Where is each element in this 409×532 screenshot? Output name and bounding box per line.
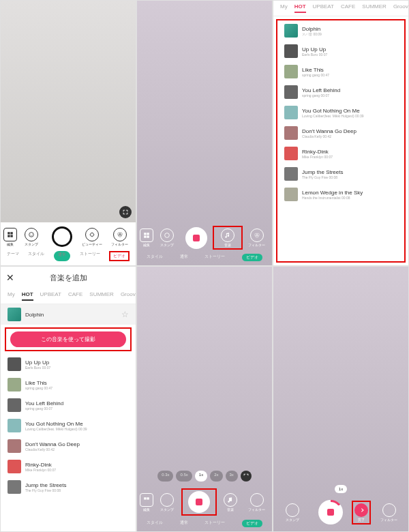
expand-icon[interactable]: [241, 471, 252, 482]
mode-tabs: スタイル 通常 ストーリー ビデオ: [137, 517, 272, 531]
tool-filter[interactable]: フィルター: [244, 228, 269, 247]
shutter-record[interactable]: [181, 488, 217, 516]
cat-cafe[interactable]: CAFE: [68, 291, 82, 301]
mode-tabs: テーマ スタイル 通常 ストーリー ビデオ: [1, 248, 136, 265]
track-item[interactable]: Don't Wanna Go DeepClaudia Kelly 00:42: [1, 436, 136, 456]
speed-05x[interactable]: 0.5x: [176, 471, 192, 482]
track-thumb: [284, 167, 298, 181]
track-item[interactable]: Rinky-DinkMike Franklyn 00:07: [277, 143, 404, 164]
tool-stamp[interactable]: スタンプ: [155, 493, 180, 512]
cat-hot[interactable]: HOT: [294, 3, 306, 13]
track-thumb: [7, 419, 21, 432]
tab-theme[interactable]: テーマ: [7, 251, 19, 261]
tool-music[interactable]: 音楽: [213, 226, 243, 250]
cat-summer[interactable]: SUMMER: [362, 3, 387, 13]
panel-music-tool: 編集 スタンプ 音楽 フィルター スタイル 通常 ストーリー ビデオ: [136, 0, 273, 266]
tool-grid[interactable]: 編集: [3, 228, 17, 246]
panel-complete: 1x スタンプ 完了 フィルター: [273, 266, 409, 532]
svg-point-7: [165, 233, 170, 238]
tab-normal[interactable]: 通常: [180, 520, 188, 527]
track-thumb: [284, 106, 298, 119]
speed-3x[interactable]: 3x: [226, 471, 238, 482]
tab-video[interactable]: ビデオ: [109, 251, 130, 261]
tool-stamp[interactable]: スタンプ: [18, 228, 45, 246]
svg-point-3: [91, 233, 94, 236]
tab-normal[interactable]: 通常: [54, 251, 70, 261]
camera-toolbar: 編集 スタンプ 音楽 フィルター: [137, 484, 272, 517]
cat-cafe[interactable]: CAFE: [341, 3, 355, 13]
tab-style[interactable]: スタイル: [147, 254, 163, 261]
panel-music-list: My HOT UPBEAT CAFE SUMMER Groov Dolphinス…: [273, 0, 409, 266]
tab-story[interactable]: ストーリー: [204, 254, 225, 261]
tool-music[interactable]: 音楽: [218, 493, 243, 512]
track-item[interactable]: Lemon Wedge in the SkyHands the Instrume…: [277, 184, 404, 205]
panel-add-music: ✕ 音楽を追加 My HOT UPBEAT CAFE SUMMER Groov …: [0, 266, 136, 532]
cat-upbeat[interactable]: UPBEAT: [40, 291, 61, 301]
close-icon[interactable]: ✕: [6, 272, 14, 283]
cat-upbeat[interactable]: UPBEAT: [313, 3, 334, 13]
track-item-selected[interactable]: Dolphin ☆: [1, 304, 136, 325]
music-categories: My HOT UPBEAT CAFE SUMMER Groov: [273, 1, 408, 16]
track-thumb: [284, 65, 298, 78]
tool-filter[interactable]: フィルター: [372, 503, 406, 522]
tool-stamp[interactable]: スタンプ: [155, 228, 180, 247]
track-item[interactable]: Jump the StreetsThe Fly Guy Five 00:08: [1, 477, 136, 497]
panel-record: 0.3x 0.5x 1x 2x 3x 編集 スタンプ 音楽 フィルター スタイル…: [136, 266, 273, 532]
track-item[interactable]: Like Thisspring gang 00:47: [277, 61, 404, 82]
cat-groove[interactable]: Groov: [121, 291, 136, 301]
track-item[interactable]: Jump the StreetsThe Fly Guy Five 00:08: [277, 164, 404, 184]
cat-my[interactable]: My: [280, 3, 288, 13]
track-list: Dolphinスパ音 00:09 Up Up UpEarls Boru 00:0…: [276, 19, 406, 263]
music-categories: My HOT UPBEAT CAFE SUMMER Groov: [1, 289, 136, 304]
tool-stamp[interactable]: スタンプ: [276, 503, 309, 522]
tool-grid[interactable]: 編集: [140, 493, 153, 512]
shutter-button[interactable]: [46, 226, 78, 247]
cat-hot[interactable]: HOT: [22, 291, 33, 301]
tab-style[interactable]: スタイル: [147, 520, 163, 527]
tab-video[interactable]: ビデオ: [242, 520, 262, 527]
shutter-recording[interactable]: [311, 500, 351, 524]
expand-icon[interactable]: [119, 206, 132, 218]
track-thumb: [284, 44, 298, 58]
tab-story[interactable]: ストーリー: [204, 520, 225, 527]
tab-normal[interactable]: 通常: [180, 254, 188, 261]
camera-toolbar: スタンプ 完了 フィルター: [273, 496, 408, 526]
track-item[interactable]: You Left Behindspring gang 00:07: [277, 82, 404, 102]
track-item[interactable]: Like Thisspring gang 00:47: [1, 374, 136, 395]
camera-toolbar: 編集 スタンプ 音楽 フィルター: [137, 222, 272, 251]
track-list: Up Up UpEarls Boru 00:07 Like Thisspring…: [1, 354, 136, 531]
mode-tabs: スタイル 通常 ストーリー ビデオ: [137, 251, 272, 265]
track-item[interactable]: Up Up UpEarls Boru 00:07: [1, 354, 136, 374]
track-thumb: [284, 147, 298, 160]
track-item[interactable]: You Left Behindspring gang 00:07: [1, 395, 136, 415]
track-thumb: [7, 308, 21, 321]
shutter-record[interactable]: [181, 227, 211, 249]
tab-video[interactable]: ビデオ: [242, 254, 262, 261]
tool-grid[interactable]: 編集: [140, 228, 153, 247]
speed-03x[interactable]: 0.3x: [157, 471, 173, 482]
track-thumb: [7, 480, 21, 494]
cat-groove[interactable]: Groov: [393, 3, 408, 13]
track-item[interactable]: Up Up UpEarls Boru 00:07: [277, 41, 404, 61]
cat-my[interactable]: My: [7, 291, 15, 301]
track-item[interactable]: Dolphinスパ音 00:09: [277, 20, 404, 41]
tool-beauty[interactable]: ビューティー: [79, 228, 106, 246]
track-item[interactable]: Don't Wanna Go DeepClaudia Kelly 00:42: [277, 123, 404, 143]
favorite-icon[interactable]: ☆: [121, 310, 129, 319]
use-music-button[interactable]: この音楽を使って撮影: [10, 331, 126, 347]
complete-button[interactable]: 完了: [352, 501, 371, 524]
camera-toolbar: 編集 スタンプ ビューティー フィルター: [1, 222, 136, 248]
cat-summer[interactable]: SUMMER: [89, 291, 114, 301]
track-thumb: [7, 357, 21, 371]
tab-story[interactable]: ストーリー: [80, 251, 100, 261]
track-item[interactable]: You Got Nothing On MeLoving Caliber(feat…: [277, 102, 404, 123]
speed-2x[interactable]: 2x: [210, 471, 222, 482]
tab-style[interactable]: スタイル: [28, 251, 44, 261]
speed-1x[interactable]: 1x: [195, 471, 207, 482]
tool-filter[interactable]: フィルター: [106, 228, 133, 246]
speed-1x[interactable]: 1x: [335, 485, 347, 493]
track-item[interactable]: You Got Nothing On MeLoving Caliber(feat…: [1, 415, 136, 436]
track-item[interactable]: Rinky-DinkMike Franklyn 00:07: [1, 456, 136, 477]
music-header: ✕ 音楽を追加: [1, 267, 136, 289]
tool-filter[interactable]: フィルター: [244, 493, 269, 512]
